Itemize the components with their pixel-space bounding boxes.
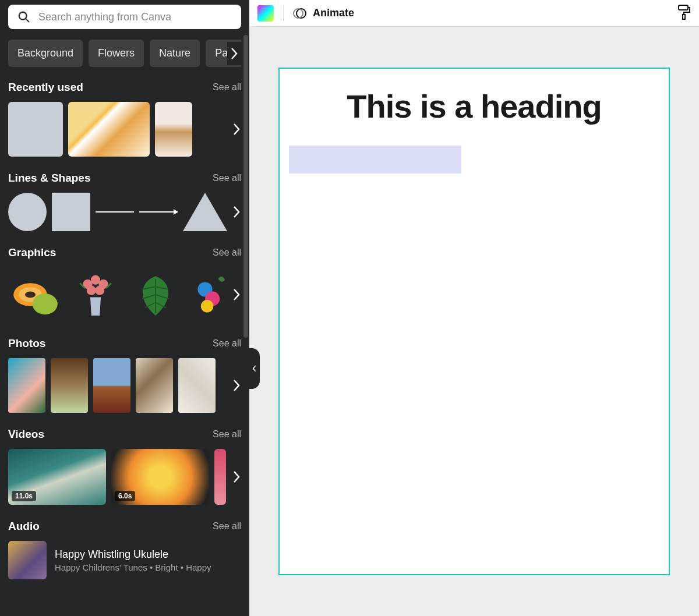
section-title: Audio xyxy=(8,520,40,533)
section-title: Videos xyxy=(8,428,44,441)
design-canvas[interactable]: This is a heading xyxy=(278,68,670,575)
video-item[interactable]: 11.0s xyxy=(8,449,106,505)
color-picker-button[interactable] xyxy=(257,5,274,22)
svg-rect-16 xyxy=(679,5,688,10)
chip-background[interactable]: Background xyxy=(8,40,83,67)
recent-item[interactable] xyxy=(155,102,192,157)
see-all-videos[interactable]: See all xyxy=(213,429,241,440)
graphics-next[interactable] xyxy=(230,283,241,306)
see-all-graphics[interactable]: See all xyxy=(213,247,241,258)
svg-rect-17 xyxy=(683,15,685,19)
collapse-sidebar-handle[interactable] xyxy=(249,348,260,389)
chip-nature[interactable]: Nature xyxy=(150,40,200,67)
recent-item[interactable] xyxy=(68,102,150,157)
paint-roller-icon xyxy=(677,4,691,20)
audio-meta: Happy Whistling Ukulele Happy Childrens'… xyxy=(55,548,211,572)
see-all-recent[interactable]: See all xyxy=(213,82,241,93)
video-item[interactable]: 6.0s xyxy=(111,449,209,505)
videos-next[interactable] xyxy=(230,465,241,488)
audio-title: Happy Whistling Ukulele xyxy=(55,548,211,561)
section-title: Photos xyxy=(8,337,45,350)
section-recently-used: Recently used See all xyxy=(8,81,241,157)
animate-label: Animate xyxy=(313,7,354,19)
svg-point-9 xyxy=(87,286,96,295)
svg-line-1 xyxy=(26,19,29,22)
search-input[interactable] xyxy=(38,11,232,23)
photos-next[interactable] xyxy=(230,374,241,397)
svg-point-4 xyxy=(25,292,36,298)
sidebar-scrollbar[interactable] xyxy=(243,35,248,553)
top-toolbar: Animate xyxy=(249,0,699,27)
section-photos: Photos See all xyxy=(8,337,241,413)
svg-point-5 xyxy=(33,293,58,314)
chips-next[interactable] xyxy=(227,42,241,65)
animate-icon xyxy=(293,6,307,20)
video-item[interactable] xyxy=(214,449,226,505)
photo-item[interactable] xyxy=(93,358,130,413)
video-duration: 6.0s xyxy=(115,491,135,501)
section-title: Lines & Shapes xyxy=(8,172,91,185)
section-title: Recently used xyxy=(8,81,83,94)
section-lines-shapes: Lines & Shapes See all xyxy=(8,172,241,231)
shape-line[interactable] xyxy=(96,211,134,213)
shape-circle[interactable] xyxy=(8,193,47,231)
recent-next[interactable] xyxy=(230,118,241,141)
photo-item[interactable] xyxy=(51,358,88,413)
section-audio: Audio See all Happy Whistling Ukulele Ha… xyxy=(8,520,241,579)
audio-item[interactable]: Happy Whistling Ukulele Happy Childrens'… xyxy=(8,541,241,579)
main-editor: Animate This is a heading xyxy=(249,0,699,616)
video-duration: 11.0s xyxy=(12,491,36,501)
photo-item[interactable] xyxy=(178,358,216,413)
chip-flowers[interactable]: Flowers xyxy=(89,40,144,67)
photo-item[interactable] xyxy=(136,358,173,413)
section-title: Graphics xyxy=(8,246,56,259)
canvas-area[interactable]: This is a heading xyxy=(249,27,699,616)
shape-arrow[interactable] xyxy=(139,211,178,213)
photo-item[interactable] xyxy=(8,358,45,413)
animate-button[interactable]: Animate xyxy=(293,6,354,20)
see-all-lines[interactable]: See all xyxy=(213,173,241,183)
elements-sidebar: Background Flowers Nature Pastel b Recen… xyxy=(0,0,249,616)
section-graphics: Graphics See all xyxy=(8,246,241,322)
toolbar-divider xyxy=(283,6,284,21)
svg-point-10 xyxy=(95,286,104,295)
shape-square[interactable] xyxy=(52,193,90,231)
heading-text[interactable]: This is a heading xyxy=(280,87,669,125)
audio-subtitle: Happy Childrens' Tunes • Bright • Happy xyxy=(55,562,211,572)
lines-next[interactable] xyxy=(230,200,241,224)
section-videos: Videos See all 11.0s 6.0s xyxy=(8,428,241,505)
search-icon xyxy=(17,10,30,23)
graphic-papaya[interactable] xyxy=(8,267,63,322)
audio-thumbnail[interactable] xyxy=(8,541,47,579)
graphic-monstera-leaf[interactable] xyxy=(128,267,183,322)
see-all-photos[interactable]: See all xyxy=(213,338,241,349)
suggestion-chips: Background Flowers Nature Pastel b xyxy=(8,40,241,67)
recent-item[interactable] xyxy=(8,102,63,157)
styles-button[interactable] xyxy=(677,4,691,23)
svg-point-13 xyxy=(201,300,214,313)
text-selection-box[interactable] xyxy=(289,146,461,174)
graphic-bouquet[interactable] xyxy=(68,267,123,322)
scrollbar-thumb[interactable] xyxy=(243,35,248,338)
see-all-audio[interactable]: See all xyxy=(213,521,241,532)
shape-triangle[interactable] xyxy=(183,193,227,231)
search-input-wrapper[interactable] xyxy=(8,5,241,29)
